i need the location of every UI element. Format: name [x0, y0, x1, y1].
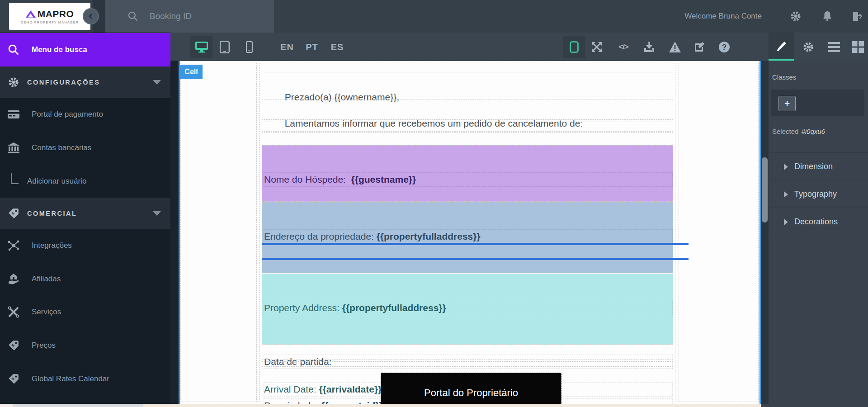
sidebar-item-portal-de-pagamento[interactable]: Portal de pagamento	[0, 98, 170, 131]
logo-tagline: DEMO PROPERTY MANAGER	[21, 20, 79, 24]
code-icon: </>	[618, 43, 628, 52]
tree-corner-icon	[9, 179, 20, 184]
add-class-button[interactable]: +	[778, 96, 796, 111]
header-bell-icon[interactable]	[818, 0, 836, 33]
editor-toolbar: EN PT ES </>	[170, 33, 868, 61]
device-tablet-button[interactable]	[215, 36, 235, 58]
email-canvas: Cell Prezado(a) {{ownername}}, Lamentamo…	[179, 61, 761, 404]
sidebar-section-comercial[interactable]: $ COMERCIAL	[0, 198, 170, 229]
lang-tab-pt[interactable]: PT	[302, 36, 322, 58]
edit-template-button[interactable]	[689, 36, 709, 58]
email-cell-right[interactable]	[679, 63, 759, 402]
section-typography[interactable]: Typography	[769, 180, 868, 208]
sidebar-item-afiliadas[interactable]: Afiliadas	[0, 262, 170, 295]
caret-right-icon	[784, 191, 788, 198]
header-logout-icon[interactable]	[848, 0, 866, 33]
panel-tab-style[interactable]	[769, 33, 794, 61]
sidebar-item-menu-de-busca[interactable]: Menu de busca	[0, 33, 170, 66]
logo-caret-icon	[26, 10, 36, 18]
gear-icon	[5, 76, 22, 88]
email-spacer[interactable]	[262, 122, 673, 132]
chevron-left-icon	[88, 13, 94, 19]
selection-border-left	[179, 61, 180, 404]
sidebar-item-global-rates-calendar[interactable]: $ Global Rates Calendar	[0, 362, 170, 396]
price-tag-icon: $	[5, 373, 22, 385]
panel-bottom-edge	[761, 404, 868, 407]
sidebar-item-precos[interactable]: $ Preços	[0, 329, 170, 362]
email-button-row[interactable]: Portal do Proprietário	[262, 369, 673, 404]
view-code-button[interactable]: </>	[613, 36, 633, 58]
editor-background-gap	[170, 33, 179, 404]
sidebar-collapse-button[interactable]	[83, 8, 99, 24]
hand-house-icon	[5, 273, 22, 285]
mobile-icon	[246, 41, 253, 53]
email-spacer[interactable]	[262, 361, 673, 367]
sidebar-item-adicionar-usuario[interactable]: Adicionar usuário	[0, 165, 170, 198]
horizontal-scrollbar-thumb[interactable]	[13, 404, 143, 407]
email-details-heading[interactable]: Detalhes da reserva	[262, 133, 673, 145]
email-guest-block[interactable]: Nome do Hóspede: {{guestname}} ID da res…	[262, 145, 673, 202]
settings-gear-icon	[802, 41, 814, 53]
sidebar-item-integracoes[interactable]: Integrações	[0, 229, 170, 262]
email-cell-left[interactable]	[180, 63, 257, 402]
svg-text:?: ?	[722, 43, 726, 52]
sidebar-item-contas-bancarias[interactable]: Contas bancárias	[0, 131, 170, 165]
app-logo[interactable]: MAPRO DEMO PROPERTY MANAGER	[9, 3, 90, 30]
panel-tab-settings[interactable]	[798, 36, 818, 58]
booking-search	[105, 0, 274, 33]
network-icon	[5, 240, 22, 251]
canvas-scrollbar-track[interactable]	[761, 61, 769, 404]
email-intro[interactable]: Lamentamos informar que recebemos um ped…	[262, 99, 673, 120]
help-button[interactable]: ?	[714, 36, 734, 58]
header-gear-icon[interactable]	[787, 0, 805, 33]
device-desktop-button[interactable]	[190, 36, 212, 58]
selected-component-badge: Cell	[180, 65, 203, 79]
fullscreen-icon	[591, 41, 603, 53]
lang-tab-es[interactable]: ES	[327, 36, 347, 58]
owner-portal-button[interactable]: Portal do Proprietário	[381, 373, 561, 404]
help-icon: ?	[718, 41, 730, 53]
caret-right-icon	[784, 164, 788, 170]
blue-divider-line	[262, 258, 689, 260]
price-tag-icon: $	[5, 208, 22, 219]
booking-id-input[interactable]	[149, 11, 264, 22]
email-main-column[interactable]: Prezado(a) {{ownername}}, Lamentamos inf…	[259, 63, 675, 402]
panel-tab-layers[interactable]	[824, 36, 844, 58]
horizontal-scrollbar-track[interactable]	[143, 404, 761, 407]
fullscreen-button[interactable]	[587, 36, 607, 58]
toggle-borders-button[interactable]	[563, 36, 585, 58]
price-tag-icon: $	[5, 340, 22, 351]
selected-element-row: Selected#i0qxu6	[772, 128, 825, 135]
panel-tab-blocks[interactable]	[848, 36, 868, 58]
selected-label: Selected	[772, 128, 798, 135]
section-decorations[interactable]: Decorations	[769, 208, 868, 236]
bank-icon	[5, 142, 22, 154]
lang-tab-en[interactable]: EN	[277, 36, 297, 58]
search-icon	[127, 10, 139, 22]
section-dimension[interactable]: Dimension	[769, 152, 868, 180]
welcome-text: Welcome Bruna Conte	[665, 0, 762, 33]
tablet-icon	[220, 41, 230, 53]
import-button[interactable]	[639, 36, 659, 58]
edit-icon	[693, 41, 705, 53]
credit-card-icon	[5, 109, 22, 119]
email-property-block-pt[interactable]: Endereço da propriedade: {{propertyfulla…	[262, 202, 673, 273]
scrollbar-corner	[0, 404, 13, 407]
device-mobile-button[interactable]	[239, 36, 259, 58]
import-icon	[644, 41, 655, 53]
logo-brand: MAPRO	[38, 9, 74, 19]
classes-container: +	[771, 90, 864, 116]
sidebar-item-servicos[interactable]: Serviços	[0, 295, 170, 329]
canvas-scrollbar-thumb[interactable]	[762, 157, 768, 222]
email-spacer[interactable]	[262, 347, 673, 360]
chevron-down-icon	[153, 80, 161, 85]
top-header: MAPRO DEMO PROPERTY MANAGER Welcome Brun…	[0, 0, 868, 33]
sidebar-section-configuracoes[interactable]: CONFIGURAÇÕES	[0, 66, 170, 98]
chevron-down-icon	[153, 211, 161, 216]
email-greeting[interactable]: Prezado(a) {{ownername}},	[262, 72, 673, 96]
sidebar-nav: Menu de busca CONFIGURAÇÕES P	[0, 33, 170, 404]
validation-warning-button[interactable]	[665, 36, 685, 58]
tools-icon	[5, 306, 22, 318]
style-brush-icon	[775, 40, 788, 52]
email-property-block-en[interactable]: Property Address: {{propertyfulladdress}…	[262, 274, 673, 345]
